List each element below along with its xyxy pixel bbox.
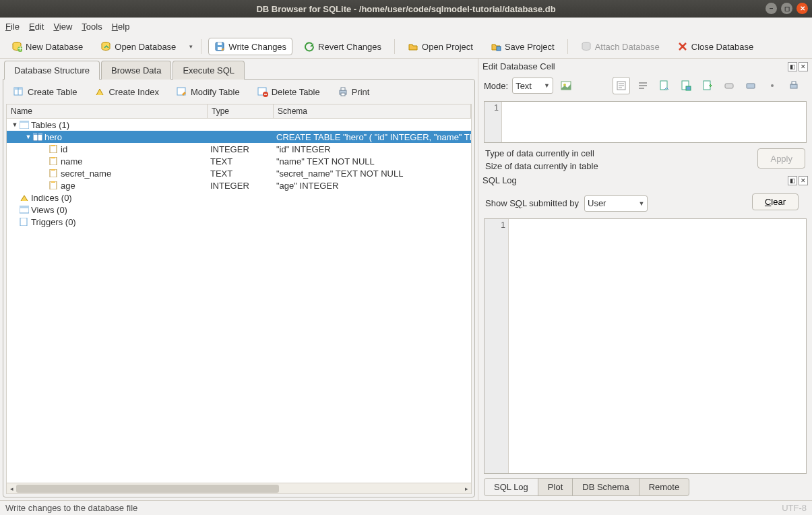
save-project-button[interactable]: Save Project [485, 38, 561, 55]
edit-cell-area[interactable]: 1 [484, 101, 807, 143]
edit-cell-title: Edit Database Cell [482, 61, 555, 71]
edit-cell-text[interactable] [502, 102, 806, 142]
new-database-button[interactable]: + New Database [5, 38, 89, 55]
bottom-tab-db-schema[interactable]: DB Schema [572, 478, 639, 496]
sql-log-text[interactable] [509, 219, 806, 473]
revert-changes-icon [304, 41, 315, 52]
tab-database-structure[interactable]: Database Structure [4, 61, 100, 80]
bottom-tab-sql-log[interactable]: SQL Log [484, 478, 538, 496]
close-database-button[interactable]: Close Database [671, 38, 760, 55]
svg-rect-16 [341, 88, 345, 90]
blob-button[interactable] [742, 77, 759, 94]
edit-cell-gutter: 1 [485, 102, 502, 142]
menu-tools[interactable]: Tools [82, 22, 102, 32]
svg-rect-46 [790, 84, 797, 88]
sql-log-area[interactable]: 1 [484, 218, 807, 474]
panel-undock-button[interactable]: ◧ [788, 176, 797, 185]
open-database-dropdown[interactable]: ▾ [187, 43, 194, 50]
header-schema[interactable]: Schema [274, 104, 471, 118]
write-changes-button[interactable]: Write Changes [208, 38, 292, 55]
create-index-button[interactable]: Create Index [90, 84, 163, 100]
print-cell-button[interactable] [785, 77, 803, 94]
maximize-button[interactable]: ◻ [781, 3, 792, 14]
views-icon [19, 205, 30, 214]
save-project-icon [491, 41, 501, 52]
scroll-left-icon[interactable]: ◂ [7, 483, 16, 494]
modify-table-button[interactable]: Modify Table [172, 84, 245, 100]
panel-undock-button[interactable]: ◧ [788, 62, 797, 71]
horizontal-scrollbar[interactable]: ◂ ▸ [6, 483, 472, 494]
tab-browse-data[interactable]: Browse Data [101, 61, 171, 80]
column-type: TEXT [208, 156, 274, 166]
tree-row-tables[interactable]: ▼Tables (1) [7, 119, 471, 131]
svg-rect-44 [747, 84, 755, 88]
menu-help[interactable]: Help [112, 22, 130, 32]
open-database-button[interactable]: Open Database [94, 38, 182, 55]
modify-table-label: Modify Table [191, 87, 240, 97]
expand-icon[interactable]: ▼ [11, 121, 19, 128]
menu-file[interactable]: File [5, 22, 20, 32]
export-button[interactable] [699, 77, 716, 94]
wrap-button[interactable] [634, 77, 652, 94]
mode-select[interactable]: Text ▼ [512, 78, 553, 94]
menu-view[interactable]: View [53, 22, 72, 32]
tree-row-column[interactable]: secret_name TEXT "secret_name" TEXT NOT … [7, 167, 471, 179]
close-database-label: Close Database [691, 42, 754, 52]
main-area: Database Structure Browse Data Execute S… [0, 59, 812, 500]
header-type[interactable]: Type [208, 104, 274, 118]
clear-button[interactable]: Clear [752, 193, 799, 210]
attach-database-button[interactable]: Attach Database [575, 38, 666, 55]
close-window-button[interactable]: ✕ [797, 3, 808, 14]
sql-log-panel: Show SQL submitted by User ▼ Clear 1 SQL… [478, 188, 812, 500]
column-name: secret_name [61, 169, 111, 179]
create-table-label: Create Table [28, 87, 77, 97]
create-table-button[interactable]: Create Table [9, 84, 82, 100]
sql-source-select[interactable]: User ▼ [584, 195, 648, 212]
menu-edit[interactable]: Edit [29, 22, 44, 32]
scroll-right-icon[interactable]: ▸ [462, 483, 471, 494]
write-changes-icon [214, 41, 225, 52]
apply-button[interactable]: Apply [757, 148, 805, 169]
save-file-button[interactable] [677, 77, 695, 94]
open-project-icon [408, 41, 418, 52]
column-icon [49, 156, 59, 166]
tree-row-triggers[interactable]: Triggers (0) [7, 216, 471, 228]
tree-body[interactable]: ▼Tables (1) ▼hero CREATE TABLE "hero" ( … [6, 119, 472, 483]
modify-table-icon [177, 86, 187, 97]
indices-label: Indices (0) [31, 193, 72, 203]
open-database-icon [100, 41, 111, 52]
minimize-button[interactable]: – [766, 3, 777, 14]
bottom-tab-remote[interactable]: Remote [639, 478, 690, 496]
panel-close-button[interactable]: ✕ [799, 176, 808, 185]
scroll-thumb[interactable] [16, 485, 279, 493]
open-file-button[interactable] [656, 77, 673, 94]
tree-row-column[interactable]: age INTEGER "age" INTEGER [7, 179, 471, 191]
tree-row-column[interactable]: name TEXT "name" TEXT NOT NULL [7, 155, 471, 167]
print-button[interactable]: Print [333, 84, 375, 100]
revert-changes-button[interactable]: Revert Changes [298, 38, 387, 55]
text-mode-button[interactable] [613, 77, 630, 94]
null-button[interactable] [720, 77, 738, 94]
header-name[interactable]: Name [7, 104, 208, 118]
open-project-button[interactable]: Open Project [402, 38, 479, 55]
panel-close-button[interactable]: ✕ [799, 62, 808, 71]
column-icon [49, 181, 59, 190]
main-toolbar: + New Database Open Database ▾ Write Cha… [0, 35, 812, 59]
bottom-tab-plot[interactable]: Plot [538, 478, 573, 496]
svg-rect-6 [218, 42, 222, 45]
delete-table-button[interactable]: Delete Table [253, 84, 325, 100]
window-titlebar: DB Browser for SQLite - /home/user/code/… [0, 0, 812, 18]
tree-row-hero[interactable]: ▼hero CREATE TABLE "hero" ( "id" INTEGER… [7, 131, 471, 143]
triggers-icon [19, 217, 30, 226]
tree-row-indices[interactable]: Indices (0) [7, 191, 471, 204]
svg-rect-28 [20, 206, 29, 208]
tree-row-views[interactable]: Views (0) [7, 204, 471, 216]
toolbar-separator [394, 39, 395, 54]
tab-execute-sql[interactable]: Execute SQL [173, 61, 245, 80]
dot-button[interactable] [763, 77, 781, 94]
insert-image-button[interactable] [557, 77, 575, 94]
bottom-tabs: SQL Log Plot DB Schema Remote [478, 477, 812, 500]
tree-row-column[interactable]: id INTEGER "id" INTEGER [7, 143, 471, 155]
expand-icon[interactable]: ▼ [24, 133, 32, 140]
sql-log-title: SQL Log [482, 175, 517, 185]
